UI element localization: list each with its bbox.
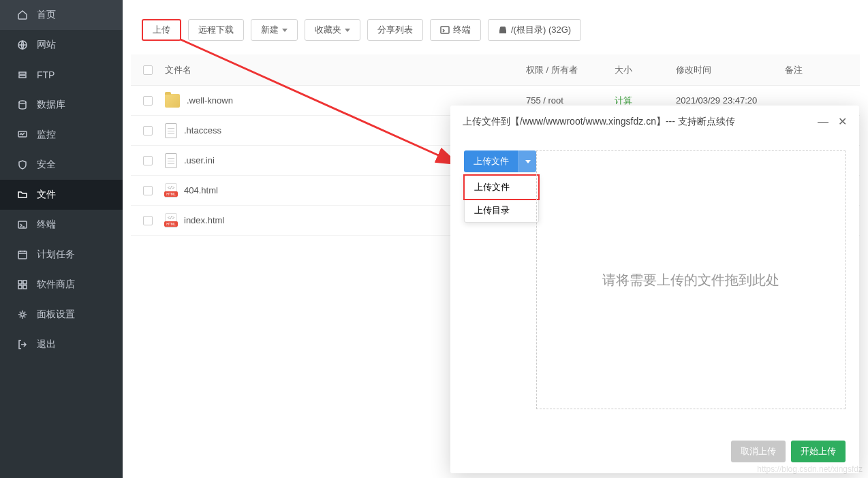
sidebar-label: 安全 bbox=[37, 159, 56, 171]
monitor-icon bbox=[16, 129, 29, 141]
home-icon bbox=[16, 9, 29, 21]
globe-icon bbox=[16, 39, 29, 51]
sidebar-item-terminal[interactable]: 终端 bbox=[0, 210, 123, 240]
sidebar-item-store[interactable]: 软件商店 bbox=[0, 270, 123, 300]
upload-directory-option[interactable]: 上传目录 bbox=[465, 199, 538, 222]
dropzone[interactable]: 请将需要上传的文件拖到此处 bbox=[536, 150, 846, 409]
sidebar-label: 终端 bbox=[37, 219, 56, 231]
start-upload-button[interactable]: 开始上传 bbox=[791, 441, 846, 462]
folder-icon bbox=[165, 94, 180, 108]
upload-button[interactable]: 上传 bbox=[142, 19, 181, 41]
database-icon bbox=[16, 99, 29, 111]
sidebar-label: 数据库 bbox=[37, 99, 65, 111]
row-checkbox[interactable] bbox=[143, 96, 153, 106]
terminal-icon bbox=[16, 219, 29, 231]
logout-icon bbox=[16, 338, 29, 351]
sidebar-item-security[interactable]: 安全 bbox=[0, 150, 123, 180]
chevron-down-icon bbox=[345, 29, 350, 32]
chevron-down-icon bbox=[525, 160, 531, 163]
svg-point-9 bbox=[21, 313, 25, 317]
table-header: 文件名 权限 / 所有者 大小 修改时间 备注 bbox=[131, 54, 860, 86]
sidebar-label: 计划任务 bbox=[37, 249, 75, 261]
favorites-button[interactable]: 收藏夹 bbox=[305, 19, 360, 41]
html-file-icon bbox=[165, 213, 177, 228]
clock-icon bbox=[16, 249, 29, 261]
row-checkbox[interactable] bbox=[143, 156, 153, 165]
upload-file-option[interactable]: 上传文件 bbox=[463, 174, 540, 200]
watermark: https://blog.csdn.net/xingsfdz bbox=[757, 464, 863, 474]
sidebar-item-cron[interactable]: 计划任务 bbox=[0, 240, 123, 270]
sidebar-label: 软件商店 bbox=[37, 278, 75, 291]
upload-dropdown-toggle[interactable] bbox=[518, 150, 536, 172]
disk-icon bbox=[498, 25, 508, 35]
html-file-icon bbox=[165, 183, 177, 198]
sidebar-label: FTP bbox=[37, 69, 55, 80]
ftp-icon bbox=[16, 69, 29, 81]
chevron-down-icon bbox=[282, 29, 288, 32]
svg-rect-7 bbox=[18, 285, 22, 289]
select-all-checkbox[interactable] bbox=[143, 65, 153, 75]
sidebar-label: 首页 bbox=[37, 9, 56, 21]
minimize-button[interactable]: — bbox=[818, 116, 828, 127]
sidebar-label: 退出 bbox=[37, 338, 56, 351]
root-path-button[interactable]: /(根目录) (32G) bbox=[488, 19, 581, 41]
row-checkbox[interactable] bbox=[143, 126, 153, 136]
svg-rect-5 bbox=[18, 281, 22, 284]
svg-rect-4 bbox=[18, 251, 27, 259]
upload-dialog: 上传文件到【/www/wwwroot/www.xingsfdz.cn】--- 支… bbox=[450, 106, 859, 473]
svg-rect-10 bbox=[441, 27, 449, 33]
cancel-upload-button[interactable]: 取消上传 bbox=[731, 441, 786, 462]
sidebar-item-home[interactable]: 首页 bbox=[0, 0, 123, 30]
sidebar-item-settings[interactable]: 面板设置 bbox=[0, 300, 123, 330]
sidebar-item-logout[interactable]: 退出 bbox=[0, 330, 123, 360]
row-checkbox[interactable] bbox=[143, 216, 153, 225]
sidebar-label: 文件 bbox=[37, 189, 56, 201]
row-checkbox[interactable] bbox=[143, 186, 153, 195]
sidebar-item-website[interactable]: 网站 bbox=[0, 30, 123, 60]
terminal-button[interactable]: 终端 bbox=[430, 19, 481, 41]
svg-point-1 bbox=[19, 101, 26, 103]
svg-rect-8 bbox=[23, 285, 27, 289]
sidebar-item-database[interactable]: 数据库 bbox=[0, 90, 123, 120]
sidebar-item-monitor[interactable]: 监控 bbox=[0, 120, 123, 150]
terminal-icon bbox=[440, 25, 450, 35]
sidebar-label: 网站 bbox=[37, 39, 56, 51]
folder-icon bbox=[16, 189, 29, 201]
svg-rect-6 bbox=[23, 281, 27, 284]
dialog-title: 上传文件到【/www/wwwroot/www.xingsfdz.cn】--- 支… bbox=[463, 116, 735, 128]
close-button[interactable]: ✕ bbox=[838, 116, 847, 127]
sidebar-item-files[interactable]: 文件 bbox=[0, 180, 123, 210]
sidebar-item-ftp[interactable]: FTP bbox=[0, 60, 123, 90]
share-list-button[interactable]: 分享列表 bbox=[367, 19, 423, 41]
grid-icon bbox=[16, 278, 29, 291]
file-icon bbox=[165, 153, 177, 168]
new-button[interactable]: 新建 bbox=[251, 19, 298, 41]
sidebar-label: 面板设置 bbox=[37, 308, 75, 321]
file-icon bbox=[165, 123, 177, 138]
gear-icon bbox=[16, 308, 29, 321]
shield-icon bbox=[16, 159, 29, 171]
sidebar-label: 监控 bbox=[37, 129, 56, 141]
upload-file-button[interactable]: 上传文件 bbox=[464, 150, 518, 172]
upload-dropdown: 上传文件 上传目录 bbox=[464, 175, 539, 223]
remote-download-button[interactable]: 远程下载 bbox=[188, 19, 244, 41]
